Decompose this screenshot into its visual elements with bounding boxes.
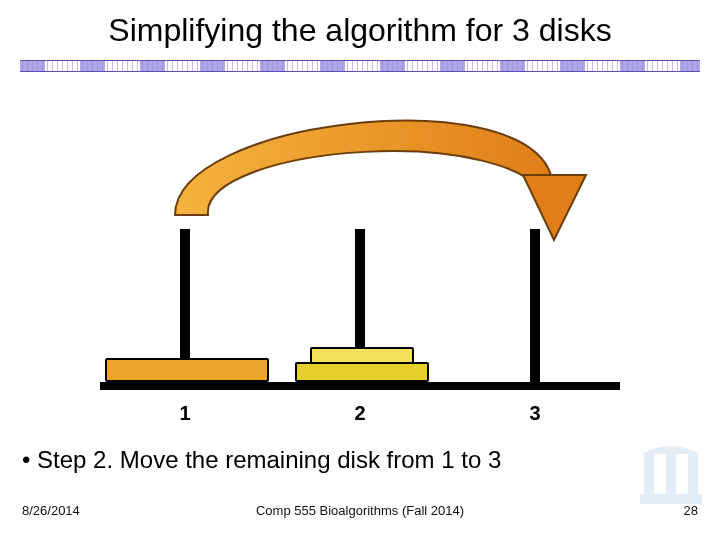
unc-watermark-icon xyxy=(636,440,706,510)
dna-divider xyxy=(20,60,700,72)
peg-label-1: 1 xyxy=(165,402,205,425)
disk-medium xyxy=(295,362,429,382)
svg-rect-0 xyxy=(644,454,654,496)
peg-label-3: 3 xyxy=(515,402,555,425)
disk-large xyxy=(105,358,269,382)
hanoi-base xyxy=(100,382,620,390)
disk-small xyxy=(310,347,414,364)
footer: 8/26/2014 Comp 555 Bioalgorithms (Fall 2… xyxy=(0,503,720,531)
footer-course: Comp 555 Bioalgorithms (Fall 2014) xyxy=(0,503,720,518)
hanoi-diagram xyxy=(100,210,620,390)
peg-labels: 1 2 3 xyxy=(100,402,620,426)
slide: Simplifying the algorithm for 3 disks 1 … xyxy=(0,0,720,540)
peg-label-2: 2 xyxy=(340,402,380,425)
slide-title: Simplifying the algorithm for 3 disks xyxy=(0,12,720,49)
footer-page: 28 xyxy=(684,503,698,518)
step-text: • Step 2. Move the remaining disk from 1… xyxy=(22,446,501,474)
svg-rect-2 xyxy=(688,454,698,496)
svg-rect-1 xyxy=(666,448,676,496)
peg-3 xyxy=(530,229,540,382)
